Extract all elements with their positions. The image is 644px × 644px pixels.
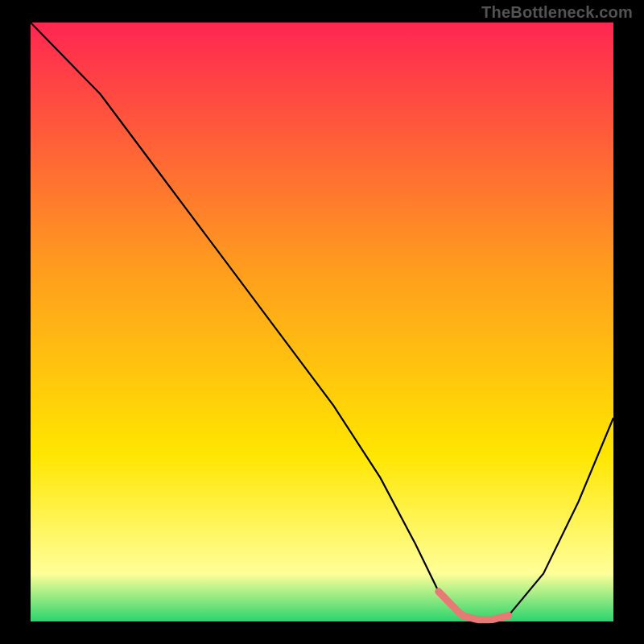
watermark-text: TheBottleneck.com xyxy=(481,3,633,22)
gradient-background xyxy=(31,23,613,621)
bottleneck-chart xyxy=(0,0,644,644)
chart-frame: TheBottleneck.com xyxy=(0,0,644,644)
